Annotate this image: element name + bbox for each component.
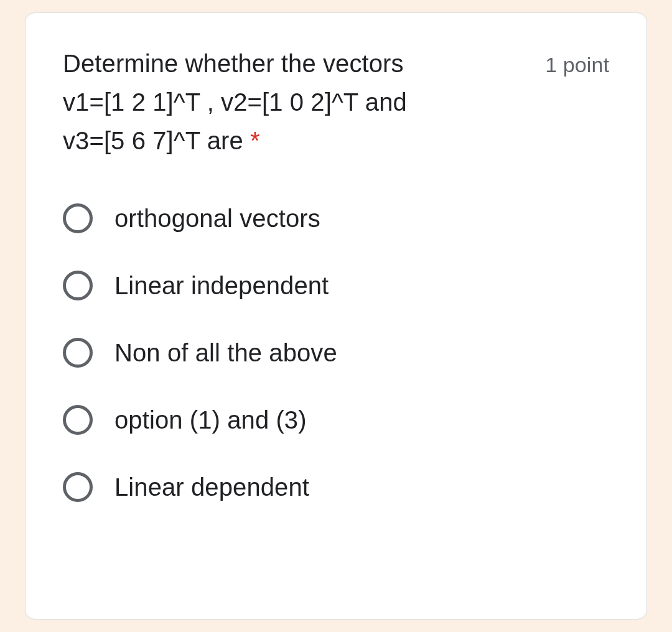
option-label: option (1) and (3) — [114, 406, 307, 434]
question-line-3-wrapper: v3=[5 6 7]^T are * — [63, 121, 609, 160]
option-row-3[interactable]: option (1) and (3) — [63, 405, 609, 435]
question-line-2: v1=[1 2 1]^T , v2=[1 0 2]^T and — [63, 83, 609, 121]
points-label: 1 point — [545, 49, 609, 81]
option-row-1[interactable]: Linear independent — [63, 271, 609, 300]
required-asterisk: * — [250, 127, 260, 154]
option-label: orthogonal vectors — [114, 205, 320, 233]
option-label: Linear independent — [114, 272, 329, 300]
option-row-2[interactable]: Non of all the above — [63, 338, 609, 368]
question-line-3: v3=[5 6 7]^T are — [63, 127, 243, 154]
question-first-line: Determine whether the vectors 1 point — [63, 44, 609, 83]
option-label: Non of all the above — [114, 339, 337, 367]
question-line-1: Determine whether the vectors — [63, 44, 404, 83]
radio-icon — [63, 338, 93, 368]
option-row-0[interactable]: orthogonal vectors — [63, 203, 609, 233]
radio-icon — [63, 405, 93, 435]
option-label: Linear dependent — [114, 473, 309, 501]
options-container: orthogonal vectors Linear independent No… — [63, 203, 609, 502]
radio-icon — [63, 472, 93, 502]
radio-icon — [63, 203, 93, 233]
option-row-4[interactable]: Linear dependent — [63, 472, 609, 502]
radio-icon — [63, 271, 93, 300]
question-card: Determine whether the vectors 1 point v1… — [25, 12, 647, 620]
question-text: Determine whether the vectors 1 point v1… — [63, 44, 609, 160]
